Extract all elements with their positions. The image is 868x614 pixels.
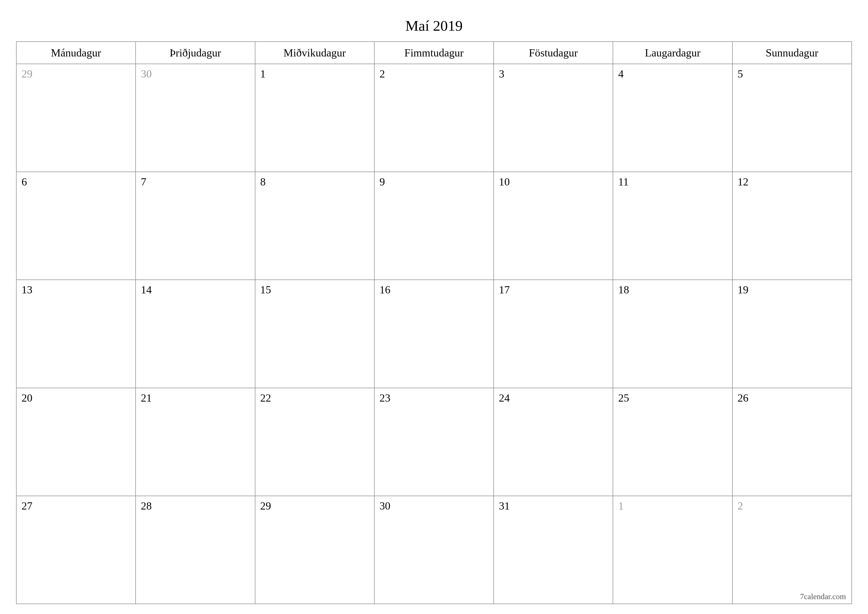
weekday-header: Föstudagur <box>494 42 613 64</box>
calendar-week-row: 20 21 22 23 24 25 26 <box>16 388 852 496</box>
calendar-grid: Mánudagur Þriðjudagur Miðvikudagur Fimmt… <box>16 41 852 604</box>
calendar-day-cell: 19 <box>732 280 852 388</box>
calendar-day-cell: 18 <box>613 280 732 388</box>
weekday-header: Þriðjudagur <box>136 42 255 64</box>
calendar-day-cell: 15 <box>255 280 374 388</box>
calendar-day-cell: 14 <box>136 280 255 388</box>
calendar-day-cell: 17 <box>494 280 613 388</box>
calendar-day-cell: 11 <box>613 172 732 280</box>
calendar-day-cell: 9 <box>374 172 494 280</box>
calendar-day-cell: 26 <box>732 388 852 496</box>
calendar-day-cell: 30 <box>136 64 255 172</box>
calendar-title: Maí 2019 <box>16 17 852 34</box>
calendar-day-cell: 13 <box>16 280 136 388</box>
calendar-day-cell: 10 <box>494 172 613 280</box>
calendar-day-cell: 22 <box>255 388 374 496</box>
calendar-day-cell: 20 <box>16 388 136 496</box>
calendar-day-cell: 27 <box>16 496 136 604</box>
calendar-day-cell: 1 <box>255 64 374 172</box>
calendar-week-row: 27 28 29 30 31 1 2 7calendar.com <box>16 496 852 604</box>
calendar-day-cell: 21 <box>136 388 255 496</box>
weekday-header: Mánudagur <box>16 42 136 64</box>
weekday-header: Fimmtudagur <box>374 42 494 64</box>
calendar-week-row: 6 7 8 9 10 11 12 <box>16 172 852 280</box>
weekday-header: Laugardagur <box>613 42 732 64</box>
calendar-day-cell: 2 <box>374 64 494 172</box>
weekday-header: Sunnudagur <box>732 42 852 64</box>
calendar-day-cell: 29 <box>255 496 374 604</box>
calendar-page: Maí 2019 Mánudagur Þriðjudagur Miðvikuda… <box>0 0 868 614</box>
footer-attribution: 7calendar.com <box>800 592 846 601</box>
calendar-day-cell: 8 <box>255 172 374 280</box>
calendar-day-cell: 31 <box>494 496 613 604</box>
calendar-day-cell: 4 <box>613 64 732 172</box>
calendar-day-cell: 7 <box>136 172 255 280</box>
calendar-week-row: 29 30 1 2 3 4 5 <box>16 64 852 172</box>
calendar-day-cell: 5 <box>732 64 852 172</box>
calendar-day-cell: 16 <box>374 280 494 388</box>
calendar-day-cell: 3 <box>494 64 613 172</box>
calendar-day-cell: 30 <box>374 496 494 604</box>
calendar-day-cell: 1 <box>613 496 732 604</box>
calendar-day-cell: 24 <box>494 388 613 496</box>
calendar-day-cell: 6 <box>16 172 136 280</box>
calendar-week-row: 13 14 15 16 17 18 19 <box>16 280 852 388</box>
weekday-header: Miðvikudagur <box>255 42 374 64</box>
calendar-day-cell: 29 <box>16 64 136 172</box>
calendar-day-cell: 12 <box>732 172 852 280</box>
calendar-day-cell: 2 7calendar.com <box>732 496 852 604</box>
calendar-day-cell: 28 <box>136 496 255 604</box>
calendar-day-cell: 23 <box>374 388 494 496</box>
calendar-day-cell: 25 <box>613 388 732 496</box>
weekday-header-row: Mánudagur Þriðjudagur Miðvikudagur Fimmt… <box>16 42 852 64</box>
